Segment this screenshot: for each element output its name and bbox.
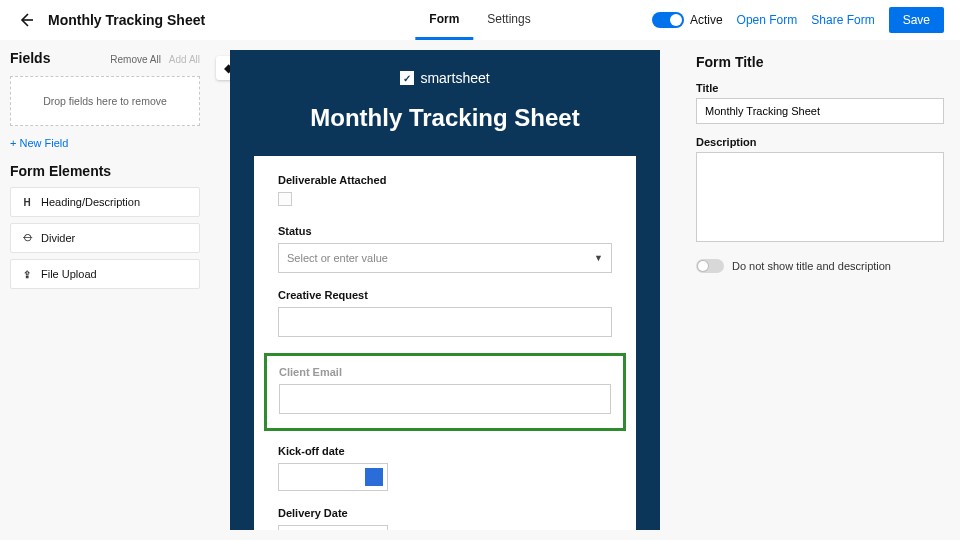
- field-creative-request[interactable]: Creative Request: [278, 289, 612, 337]
- page-title: Monthly Tracking Sheet: [48, 12, 205, 28]
- calendar-icon: [365, 468, 383, 486]
- heading-icon: H: [21, 197, 33, 208]
- description-textarea[interactable]: [696, 152, 944, 242]
- form-elements-title: Form Elements: [10, 163, 200, 179]
- title-input[interactable]: [696, 98, 944, 124]
- right-panel: Form Title Title Description Do not show…: [690, 50, 950, 530]
- field-delivery-date[interactable]: Delivery Date: [278, 507, 612, 530]
- open-form-link[interactable]: Open Form: [737, 13, 798, 27]
- tab-form[interactable]: Form: [415, 0, 473, 40]
- brand-name: smartsheet: [420, 70, 489, 86]
- chevron-down-icon: ▼: [594, 253, 603, 263]
- element-file-upload[interactable]: ⇪ File Upload: [10, 259, 200, 289]
- field-kickoff-date[interactable]: Kick-off date: [278, 445, 612, 491]
- field-label: Client Email: [279, 366, 611, 378]
- status-select[interactable]: Select or enter value ▼: [278, 243, 612, 273]
- checkbox-input[interactable]: [278, 192, 292, 206]
- description-label: Description: [696, 136, 944, 148]
- title-label: Title: [696, 82, 944, 94]
- upload-icon: ⇪: [21, 269, 33, 280]
- share-form-link[interactable]: Share Form: [811, 13, 874, 27]
- divider-icon: ⦵: [21, 232, 33, 244]
- date-input[interactable]: [278, 463, 388, 491]
- brand-logo-icon: ✓: [400, 71, 414, 85]
- element-label: Heading/Description: [41, 196, 140, 208]
- workspace: Fields Remove All Add All Drop fields he…: [0, 40, 960, 540]
- fields-title: Fields: [10, 50, 102, 66]
- add-all-link[interactable]: Add All: [169, 54, 200, 65]
- element-label: File Upload: [41, 268, 97, 280]
- form-title[interactable]: Monthly Tracking Sheet: [230, 86, 660, 156]
- active-toggle[interactable]: [652, 12, 684, 28]
- fields-header: Fields Remove All Add All: [10, 50, 200, 66]
- remove-all-link[interactable]: Remove All: [110, 54, 161, 65]
- field-client-email-selected[interactable]: Client Email: [264, 353, 626, 431]
- form-preview: ✓ smartsheet Monthly Tracking Sheet Deli…: [230, 50, 660, 530]
- field-label: Delivery Date: [278, 507, 612, 519]
- field-label: Creative Request: [278, 289, 612, 301]
- fields-dropzone[interactable]: Drop fields here to remove: [10, 76, 200, 126]
- date-input[interactable]: [278, 525, 388, 530]
- tabs: Form Settings: [415, 0, 544, 40]
- form-card: Deliverable Attached Status Select or en…: [254, 156, 636, 530]
- save-button[interactable]: Save: [889, 7, 944, 33]
- field-label: Status: [278, 225, 612, 237]
- field-deliverable[interactable]: Deliverable Attached: [278, 174, 612, 209]
- back-button[interactable]: [16, 10, 36, 30]
- brand-row: ✓ smartsheet: [230, 50, 660, 86]
- tab-settings[interactable]: Settings: [473, 0, 544, 40]
- active-toggle-label: Active: [690, 13, 723, 27]
- element-divider[interactable]: ⦵ Divider: [10, 223, 200, 253]
- hide-title-toggle[interactable]: [696, 259, 724, 273]
- text-input[interactable]: [279, 384, 611, 414]
- hide-title-label: Do not show title and description: [732, 260, 891, 272]
- field-label: Kick-off date: [278, 445, 612, 457]
- field-status[interactable]: Status Select or enter value ▼: [278, 225, 612, 273]
- select-placeholder: Select or enter value: [287, 252, 388, 264]
- text-input[interactable]: [278, 307, 612, 337]
- active-toggle-row: Active: [652, 12, 723, 28]
- element-label: Divider: [41, 232, 75, 244]
- element-heading[interactable]: H Heading/Description: [10, 187, 200, 217]
- preview-pane: ◆ ✓ smartsheet Monthly Tracking Sheet De…: [210, 50, 680, 530]
- hide-title-row: Do not show title and description: [696, 259, 944, 273]
- new-field-link[interactable]: + New Field: [10, 137, 68, 149]
- top-bar: Monthly Tracking Sheet Form Settings Act…: [0, 0, 960, 40]
- panel-title: Form Title: [696, 54, 944, 70]
- left-panel: Fields Remove All Add All Drop fields he…: [10, 50, 200, 530]
- top-actions: Active Open Form Share Form Save: [652, 7, 944, 33]
- field-label: Deliverable Attached: [278, 174, 612, 186]
